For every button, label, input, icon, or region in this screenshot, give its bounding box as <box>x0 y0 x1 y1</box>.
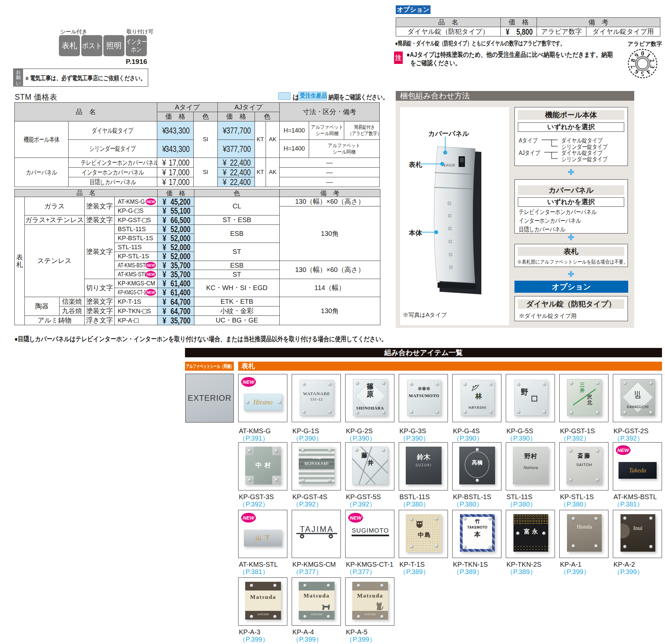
svg-text:1: 1 <box>645 52 652 59</box>
svg-text:TAJIMA: TAJIMA <box>300 525 334 534</box>
svg-text:8: 8 <box>629 58 637 63</box>
svg-text:3: 3 <box>649 64 656 70</box>
svg-text:4: 4 <box>645 68 652 76</box>
svg-text:5: 5 <box>641 70 644 77</box>
svg-text:0: 0 <box>641 50 644 57</box>
svg-text:2: 2 <box>649 58 656 63</box>
svg-text:7: 7 <box>629 64 636 69</box>
svg-text:6: 6 <box>633 68 640 76</box>
svg-text:9: 9 <box>633 52 640 59</box>
